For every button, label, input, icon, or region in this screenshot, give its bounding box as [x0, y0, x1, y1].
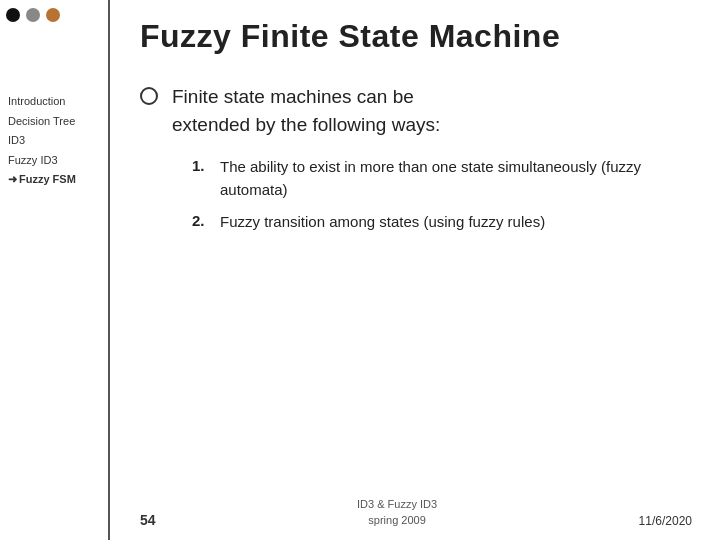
sidebar-item-decision-tree[interactable]: Decision Tree	[6, 112, 102, 131]
sidebar-item-fuzzy-id3[interactable]: Fuzzy ID3	[6, 151, 102, 170]
item-2-number: 2.	[192, 212, 210, 229]
footer-date: 11/6/2020	[639, 514, 692, 528]
numbered-item-2: 2. Fuzzy transition among states (using …	[192, 211, 692, 234]
bullet-section: Finite state machines can be extended by…	[140, 83, 692, 138]
brown-dot-icon	[46, 8, 60, 22]
sidebar-item-fuzzy-fsm[interactable]: ➜ Fuzzy FSM	[6, 170, 102, 189]
main-content: Fuzzy Finite State Machine Finite state …	[112, 0, 720, 540]
footer-center: ID3 & Fuzzy ID3 spring 2009	[357, 497, 437, 528]
bullet-text: Finite state machines can be extended by…	[172, 83, 440, 138]
page-title: Fuzzy Finite State Machine	[140, 18, 692, 55]
sidebar-icons	[6, 8, 102, 22]
arrow-icon: ➜	[8, 171, 17, 188]
sidebar-item-id3[interactable]: ID3	[6, 131, 102, 150]
content-body: Finite state machines can be extended by…	[140, 83, 692, 489]
sidebar-item-introduction[interactable]: Introduction	[6, 92, 102, 111]
circle-bullet-icon	[140, 87, 158, 105]
gray-dot-icon	[26, 8, 40, 22]
item-1-text: The ability to exist in more than one st…	[220, 156, 692, 201]
page-number: 54	[140, 512, 156, 528]
sidebar: Introduction Decision Tree ID3 Fuzzy ID3…	[0, 0, 110, 540]
item-2-text: Fuzzy transition among states (using fuz…	[220, 211, 545, 234]
item-1-number: 1.	[192, 157, 210, 174]
numbered-list: 1. The ability to exist in more than one…	[192, 156, 692, 234]
black-dot-icon	[6, 8, 20, 22]
sidebar-nav: Introduction Decision Tree ID3 Fuzzy ID3…	[6, 92, 102, 189]
footer: 54 ID3 & Fuzzy ID3 spring 2009 11/6/2020	[140, 489, 692, 528]
numbered-item-1: 1. The ability to exist in more than one…	[192, 156, 692, 201]
